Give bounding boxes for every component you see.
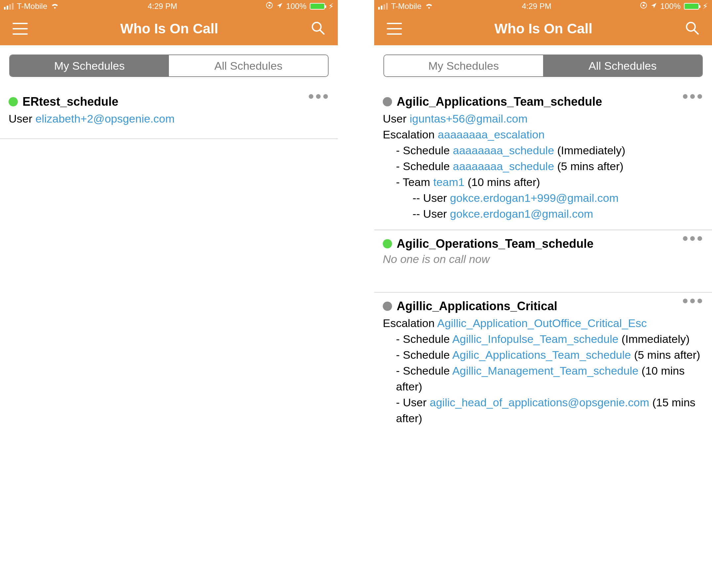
- user-label: User: [8, 112, 33, 125]
- tab-my-schedules[interactable]: My Schedules: [10, 55, 169, 76]
- battery-icon: [310, 3, 325, 9]
- svg-line-3: [320, 30, 324, 34]
- user-link[interactable]: agilic_head_of_applications@opsgenie.com: [430, 396, 649, 408]
- escalation-link[interactable]: aaaaaaaa_escalation: [438, 128, 544, 141]
- user-label: User: [423, 207, 447, 220]
- carrier-label: T-Mobile: [17, 2, 47, 11]
- signal-icon: [4, 3, 14, 9]
- battery-icon: [684, 3, 699, 9]
- schedule-item[interactable]: Agilic_Operations_Team_schedule No one i…: [374, 230, 712, 292]
- status-bar: T-Mobile 4:29 PM 100% ⚡︎: [0, 0, 338, 12]
- svg-rect-5: [643, 5, 644, 6]
- schedule-item[interactable]: Agilic_Applications_Team_schedule User i…: [374, 88, 712, 230]
- schedule-item[interactable]: ERtest_schedule User elizabeth+2@opsgeni…: [0, 88, 338, 134]
- schedule-title: Agilic_Applications_Team_schedule: [396, 95, 602, 109]
- user-label: User: [403, 396, 427, 408]
- nav-bar: Who Is On Call: [374, 12, 712, 45]
- user-link[interactable]: elizabeth+2@opsgenie.com: [35, 112, 175, 125]
- clock-label: 4:29 PM: [148, 2, 177, 11]
- schedule-title: Agillic_Applications_Critical: [396, 299, 557, 313]
- tab-all-schedules[interactable]: All Schedules: [543, 55, 702, 76]
- phone-left: T-Mobile 4:29 PM 100% ⚡︎ Who Is On Ca: [0, 0, 338, 434]
- schedule-label: Schedule: [403, 349, 450, 361]
- schedule-title: ERtest_schedule: [22, 95, 118, 109]
- tab-all-schedules[interactable]: All Schedules: [169, 55, 328, 76]
- signal-icon: [378, 3, 388, 9]
- battery-label: 100%: [286, 2, 306, 11]
- battery-label: 100%: [660, 2, 680, 11]
- escalation-link[interactable]: Agillic_Application_OutOffice_Critical_E…: [437, 317, 647, 329]
- schedule-list: ERtest_schedule User elizabeth+2@opsgeni…: [0, 88, 338, 139]
- schedule-tabs: My Schedules All Schedules: [383, 55, 703, 77]
- empty-state-label: No one is on call now: [383, 253, 704, 266]
- schedule-link[interactable]: aaaaaaaa_schedule: [453, 144, 554, 156]
- schedule-link[interactable]: Agillic_Infopulse_Team_schedule: [452, 333, 618, 345]
- status-bar: T-Mobile 4:29 PM 100% ⚡︎: [374, 0, 712, 12]
- schedule-item[interactable]: Agillic_Applications_Critical Escalation…: [374, 292, 712, 434]
- charging-icon: ⚡︎: [703, 2, 708, 11]
- orientation-lock-icon: [266, 2, 273, 11]
- status-dot-icon: [383, 301, 392, 311]
- status-dot-icon: [8, 97, 18, 106]
- wifi-icon: [425, 2, 433, 11]
- item-more-button[interactable]: [683, 236, 702, 241]
- orientation-lock-icon: [640, 2, 647, 11]
- clock-label: 4:29 PM: [522, 2, 551, 11]
- location-icon: [651, 2, 657, 11]
- page-title: Who Is On Call: [28, 21, 311, 37]
- user-label: User: [383, 112, 407, 125]
- schedule-list: Agilic_Applications_Team_schedule User i…: [374, 88, 712, 434]
- user-link[interactable]: iguntas+56@gmail.com: [410, 112, 528, 125]
- location-icon: [276, 2, 283, 11]
- delay-label: Immediately: [625, 333, 686, 345]
- menu-button[interactable]: [387, 23, 402, 35]
- item-more-button[interactable]: [309, 94, 328, 99]
- tab-my-schedules[interactable]: My Schedules: [384, 55, 543, 76]
- schedule-title: Agilic_Operations_Team_schedule: [396, 237, 594, 251]
- svg-rect-1: [268, 5, 270, 6]
- svg-line-7: [694, 30, 698, 34]
- phone-right: T-Mobile 4:29 PM 100% ⚡︎ Who Is On Ca: [374, 0, 712, 434]
- schedule-link[interactable]: Agillic_Management_Team_schedule: [452, 364, 638, 377]
- charging-icon: ⚡︎: [328, 2, 334, 11]
- search-button[interactable]: [311, 21, 325, 37]
- schedule-link[interactable]: aaaaaaaa_schedule: [453, 160, 554, 172]
- delay-label: 10 mins after: [471, 176, 536, 188]
- status-dot-icon: [383, 97, 392, 106]
- delay-label: 5 mins after: [561, 160, 620, 172]
- schedule-tabs: My Schedules All Schedules: [9, 55, 329, 77]
- wifi-icon: [50, 2, 59, 11]
- search-button[interactable]: [685, 21, 699, 37]
- user-link[interactable]: gokce.erdogan1@gmail.com: [450, 207, 593, 220]
- schedule-label: Schedule: [403, 364, 450, 377]
- escalation-label: Escalation: [383, 317, 435, 329]
- status-dot-icon: [383, 239, 392, 248]
- schedule-label: Schedule: [403, 333, 450, 345]
- escalation-label: Escalation: [383, 128, 435, 141]
- team-label: Team: [403, 176, 430, 188]
- user-label: User: [423, 192, 447, 204]
- user-link[interactable]: gokce.erdogan1+999@gmail.com: [450, 192, 618, 204]
- delay-label: 5 mins after: [638, 349, 696, 361]
- schedule-link[interactable]: Agilic_Applications_Team_schedule: [452, 349, 631, 361]
- item-more-button[interactable]: [683, 299, 702, 303]
- menu-button[interactable]: [13, 23, 28, 35]
- nav-bar: Who Is On Call: [0, 12, 338, 45]
- schedule-label: Schedule: [403, 160, 450, 172]
- carrier-label: T-Mobile: [391, 2, 422, 11]
- page-title: Who Is On Call: [402, 21, 685, 37]
- item-more-button[interactable]: [683, 94, 702, 99]
- delay-label: Immediately: [561, 144, 622, 156]
- team-link[interactable]: team1: [433, 176, 465, 188]
- schedule-label: Schedule: [403, 144, 450, 156]
